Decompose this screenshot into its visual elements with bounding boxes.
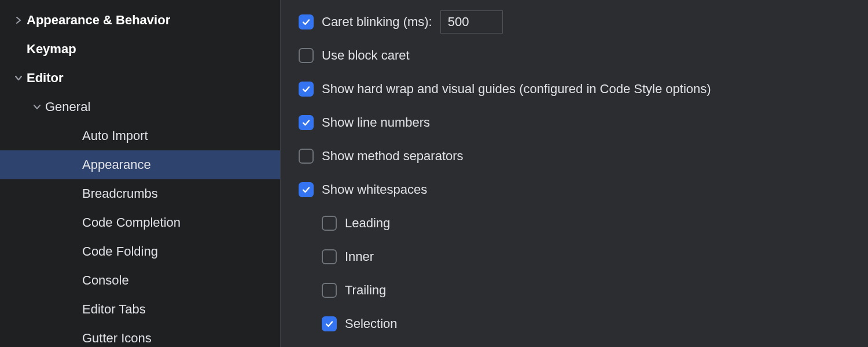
- caret-blinking-checkbox[interactable]: [299, 14, 314, 29]
- tree-editor[interactable]: Editor: [0, 64, 280, 93]
- tree-item-label: Appearance & Behavior: [27, 13, 170, 28]
- tree-item-label: Appearance: [82, 157, 151, 172]
- option-whitespaces-row: Show whitespaces: [299, 178, 851, 201]
- option-caret-blinking-row: Caret blinking (ms):: [299, 10, 851, 34]
- line-numbers-checkbox[interactable]: [299, 115, 314, 130]
- option-hard-wrap-row: Show hard wrap and visual guides (config…: [299, 77, 851, 101]
- block-caret-checkbox[interactable]: [299, 48, 314, 63]
- whitespaces-label: Show whitespaces: [322, 182, 427, 197]
- ws-inner-checkbox[interactable]: [322, 249, 337, 264]
- option-ws-trailing-row: Trailing: [299, 279, 851, 302]
- caret-blinking-input[interactable]: [440, 10, 503, 34]
- ws-trailing-checkbox[interactable]: [322, 283, 337, 298]
- tree-auto-import[interactable]: Auto Import: [0, 121, 280, 150]
- tree-gutter-icons[interactable]: Gutter Icons: [0, 324, 280, 347]
- ws-selection-checkbox[interactable]: [322, 316, 337, 331]
- option-line-numbers-row: Show line numbers: [299, 111, 851, 134]
- option-ws-inner-row: Inner: [299, 245, 851, 268]
- option-block-caret-row: Use block caret: [299, 44, 851, 67]
- ws-leading-label: Leading: [345, 216, 390, 231]
- line-numbers-label: Show line numbers: [322, 115, 430, 130]
- tree-item-label: Keymap: [27, 42, 76, 57]
- tree-code-folding[interactable]: Code Folding: [0, 237, 280, 266]
- hard-wrap-label: Show hard wrap and visual guides (config…: [322, 82, 711, 97]
- option-ws-selection-row: Selection: [299, 312, 851, 335]
- ws-selection-label: Selection: [345, 316, 398, 331]
- tree-appearance[interactable]: Appearance: [0, 150, 280, 179]
- caret-blinking-label: Caret blinking (ms):: [322, 14, 432, 29]
- option-method-separators-row: Show method separators: [299, 145, 851, 168]
- tree-item-label: General: [45, 99, 90, 115]
- chevron-down-icon: [29, 103, 45, 111]
- chevron-right-icon: [10, 16, 27, 24]
- block-caret-label: Use block caret: [322, 48, 410, 63]
- chevron-down-icon: [10, 74, 27, 82]
- ws-trailing-label: Trailing: [345, 283, 386, 298]
- tree-item-label: Auto Import: [82, 128, 148, 143]
- tree-general[interactable]: General: [0, 93, 280, 121]
- option-ws-leading-row: Leading: [299, 212, 851, 235]
- method-separators-checkbox[interactable]: [299, 149, 314, 164]
- whitespaces-checkbox[interactable]: [299, 182, 314, 197]
- tree-item-label: Editor: [27, 71, 64, 86]
- tree-item-label: Code Folding: [82, 244, 158, 259]
- tree-breadcrumbs[interactable]: Breadcrumbs: [0, 179, 280, 208]
- hard-wrap-checkbox[interactable]: [299, 82, 314, 97]
- tree-code-completion[interactable]: Code Completion: [0, 208, 280, 237]
- tree-item-label: Gutter Icons: [82, 331, 152, 346]
- tree-item-label: Editor Tabs: [82, 302, 146, 317]
- ws-leading-checkbox[interactable]: [322, 216, 337, 231]
- tree-console[interactable]: Console: [0, 266, 280, 295]
- tree-keymap[interactable]: Keymap: [0, 35, 280, 64]
- tree-item-label: Code Completion: [82, 215, 181, 230]
- tree-appearance-behavior[interactable]: Appearance & Behavior: [0, 6, 280, 35]
- tree-item-label: Console: [82, 273, 129, 288]
- tree-item-label: Breadcrumbs: [82, 186, 158, 201]
- settings-content: Caret blinking (ms): Use block caret Sho…: [281, 0, 868, 347]
- method-separators-label: Show method separators: [322, 149, 464, 164]
- ws-inner-label: Inner: [345, 249, 374, 264]
- settings-tree: Appearance & BehaviorKeymapEditorGeneral…: [0, 0, 281, 347]
- tree-editor-tabs[interactable]: Editor Tabs: [0, 295, 280, 324]
